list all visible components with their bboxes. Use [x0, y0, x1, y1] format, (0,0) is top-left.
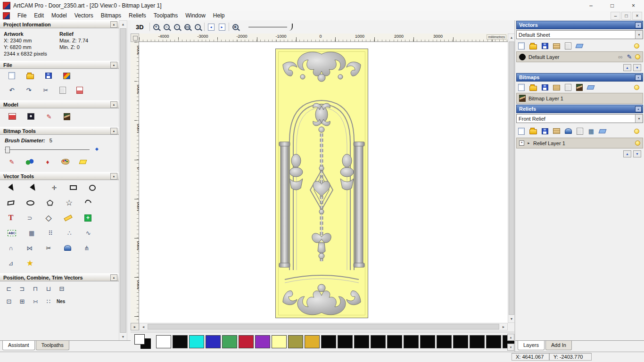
- toggle-all-visibility-icon[interactable]: [634, 129, 639, 134]
- adjust-model-icon[interactable]: [8, 113, 16, 120]
- colour-swatch[interactable]: [486, 335, 501, 348]
- colour-swatch[interactable]: [420, 335, 435, 348]
- colour-swatch[interactable]: [453, 335, 468, 348]
- layer-name[interactable]: Bitmap Layer 1: [528, 96, 563, 101]
- open-layer-icon[interactable]: [529, 44, 537, 49]
- copy-layer-icon[interactable]: [565, 42, 571, 49]
- align-top-icon[interactable]: ⊓: [32, 284, 39, 293]
- collapse-icon[interactable]: ▲: [110, 274, 117, 281]
- block-copy-icon[interactable]: ⠿: [47, 228, 54, 238]
- scroll-right-icon[interactable]: ►: [500, 323, 507, 330]
- invert-model-icon[interactable]: [27, 113, 34, 120]
- offset-vector-icon[interactable]: ⊃: [26, 213, 33, 222]
- brush-diameter-slider[interactable]: [5, 146, 112, 153]
- colour-swatch[interactable]: [255, 335, 270, 348]
- colour-swatch[interactable]: [156, 335, 171, 348]
- menu-window[interactable]: Window: [182, 11, 209, 20]
- scroll-down-icon[interactable]: ▼: [507, 344, 514, 351]
- colour-swatch[interactable]: [387, 335, 402, 348]
- pane-toggle-button[interactable]: ►: [131, 323, 139, 330]
- collapse-icon[interactable]: ▲: [110, 101, 117, 108]
- layer-name[interactable]: Default Layer: [528, 54, 559, 60]
- collapse-icon[interactable]: ▲: [635, 106, 642, 112]
- import-model-icon[interactable]: [63, 73, 70, 79]
- merge-layers-icon[interactable]: [553, 43, 560, 49]
- create-spline-icon[interactable]: ⋔: [83, 243, 90, 253]
- vector-layer-row[interactable]: Default Layer ∞✎: [516, 51, 643, 62]
- paste-along-curve-icon[interactable]: ▦: [28, 228, 35, 238]
- scroll-up-icon[interactable]: ▲: [507, 334, 514, 341]
- ruler-units-label[interactable]: millimetres: [487, 34, 506, 40]
- menu-reliefs[interactable]: Reliefs: [125, 11, 150, 20]
- create-star-icon[interactable]: ☆: [66, 198, 73, 207]
- nesting-label[interactable]: Nes: [57, 299, 65, 304]
- delete-layer-icon[interactable]: [599, 129, 607, 133]
- colour-swatch[interactable]: [354, 335, 369, 348]
- relief-layer-row[interactable]: + ► Relief Layer 1: [516, 138, 643, 148]
- merge-layers-icon[interactable]: [553, 128, 560, 134]
- mdi-minimize-button[interactable]: –: [611, 12, 620, 20]
- scrollbar-thumb[interactable]: [148, 324, 499, 329]
- door-artwork[interactable]: [275, 49, 368, 318]
- scroll-left-icon[interactable]: ◄: [140, 323, 147, 330]
- vertical-ruler[interactable]: 3000200010000-1000-2000-3000: [131, 42, 139, 323]
- colour-swatch[interactable]: [272, 335, 287, 348]
- colour-swatch[interactable]: [470, 335, 485, 348]
- transform-vectors-icon[interactable]: [30, 183, 38, 192]
- zoom-objects-icon[interactable]: ◦: [195, 24, 201, 30]
- move-vectors-icon[interactable]: ✛: [51, 183, 58, 192]
- toggle-all-visibility-icon[interactable]: [634, 85, 639, 90]
- toggle-bitmap-view-icon[interactable]: ∗: [232, 24, 239, 30]
- colour-swatch[interactable]: [338, 335, 353, 348]
- menu-help[interactable]: Help: [209, 11, 229, 20]
- assistant-scrollbar[interactable]: ▲ ▼: [119, 20, 127, 341]
- redo-icon[interactable]: ↷: [25, 85, 32, 95]
- collapse-icon[interactable]: ▲: [110, 128, 117, 134]
- scroll-down-icon[interactable]: ▼: [508, 315, 515, 322]
- previous-bitmap-icon[interactable]: ◂: [208, 24, 215, 31]
- drawing-canvas[interactable]: [139, 42, 508, 323]
- collapse-icon[interactable]: ▲: [635, 74, 642, 81]
- scroll-down-icon[interactable]: ▼: [119, 333, 127, 340]
- create-polygon-icon[interactable]: [47, 200, 53, 206]
- block-paste-icon[interactable]: +: [84, 214, 91, 222]
- mdi-close-button[interactable]: ×: [632, 12, 642, 20]
- fit-arcs-icon[interactable]: ∩: [8, 243, 14, 253]
- edit-layer-icon[interactable]: ✎: [626, 52, 633, 62]
- maximize-button[interactable]: □: [602, 0, 623, 11]
- colour-swatch[interactable]: [305, 335, 320, 348]
- collapse-icon[interactable]: ▲: [635, 22, 642, 28]
- vector-tools-header[interactable]: Vector Tools ▲: [0, 172, 119, 180]
- close-button[interactable]: ×: [623, 0, 644, 11]
- slice-vectors-icon[interactable]: ∺: [32, 296, 39, 306]
- menu-file[interactable]: File: [14, 11, 30, 20]
- create-polyline-icon[interactable]: [7, 200, 14, 206]
- tab-assistant[interactable]: Assistant: [2, 341, 35, 350]
- scrollbar-thumb[interactable]: [509, 41, 514, 315]
- bitmaps-section-header[interactable]: Bitmaps ▲: [516, 73, 643, 82]
- colour-picker-icon[interactable]: [25, 159, 34, 165]
- scroll-up-icon[interactable]: ▲: [119, 21, 127, 28]
- relief-dropdown[interactable]: Front Relief ▼: [516, 114, 643, 123]
- paste-icon[interactable]: [59, 87, 66, 94]
- collapse-icon[interactable]: ▲: [110, 62, 117, 68]
- fit-polyline-icon[interactable]: ∿: [85, 228, 91, 238]
- align-bottom-icon[interactable]: ⊔: [45, 284, 52, 293]
- open-layer-icon[interactable]: [529, 129, 537, 134]
- flood-fill-icon[interactable]: ♦: [44, 157, 51, 166]
- ruler-corner-button[interactable]: [131, 33, 139, 42]
- save-layer-icon[interactable]: [542, 84, 548, 90]
- eraser-icon[interactable]: [79, 160, 87, 164]
- 3d-view-button[interactable]: 3D: [133, 23, 146, 32]
- file-section-header[interactable]: File ▲: [0, 61, 119, 69]
- move-layer-down-button[interactable]: ▼: [633, 150, 641, 157]
- colour-swatch[interactable]: [437, 335, 452, 348]
- chevron-down-icon[interactable]: ▼: [635, 31, 643, 39]
- paste-special-icon[interactable]: [76, 87, 83, 94]
- snap-layer-icon[interactable]: ∞: [617, 52, 624, 62]
- toggle-all-visibility-icon[interactable]: [634, 43, 639, 49]
- zoom-page-icon[interactable]: ▭: [184, 24, 190, 30]
- layer-colour-icon[interactable]: [519, 54, 526, 60]
- colour-swatch[interactable]: [173, 335, 188, 348]
- zoom-out-icon[interactable]: −: [164, 24, 170, 30]
